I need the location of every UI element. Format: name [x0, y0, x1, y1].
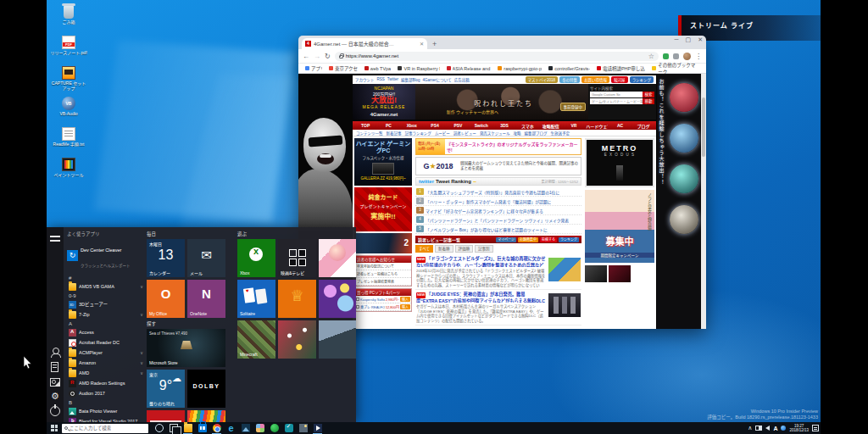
nav-item[interactable]: スマホ	[516, 123, 538, 129]
taskbar-app-button[interactable]	[181, 422, 195, 434]
start-tile[interactable]: 東京 9° 曇りのち晴れ	[147, 370, 185, 408]
start-tile[interactable]: My Office	[147, 280, 185, 318]
subnav-link[interactable]: 編集部ブログ	[525, 131, 548, 136]
utility-link[interactable]: RSS	[377, 77, 385, 82]
start-tile[interactable]: メール	[187, 239, 225, 277]
tweet-ranking-row[interactable]: 1 「大乱闘スマッシュブラザーズ〈特別版〉」発売直前で今週も話題の1位に	[415, 187, 581, 197]
start-tile[interactable]: フォト	[187, 410, 225, 422]
site-search-input[interactable]: Google Custom Se	[590, 92, 643, 97]
tile-group-title[interactable]: 遊ぶ	[237, 231, 356, 239]
nav-item[interactable]: VR	[563, 123, 585, 128]
utility-link[interactable]: アカウント	[355, 77, 375, 82]
bookmark-item[interactable]: controller/Gravis-p…	[548, 65, 590, 72]
profile-avatar[interactable]	[683, 53, 691, 60]
taskbar-clock[interactable]: 19:27 2018/12/13	[789, 424, 809, 433]
tweet-ranking-row[interactable]: 5 「ノベルワンダー Box」があり得ないほど豪華と話題のツイートに	[415, 225, 581, 234]
taskbar-search-box[interactable]: ここに入力して検索	[62, 424, 148, 433]
utility-button[interactable]: お買い得情報	[581, 76, 609, 83]
taskbar-app-button[interactable]	[281, 422, 296, 434]
article-tab[interactable]: 新着順	[435, 245, 453, 253]
start-tile[interactable]: 映画&テレビ	[278, 239, 316, 277]
address-bar[interactable]: https://www.4gamer.net ☆	[335, 52, 659, 61]
taskbar-app-button[interactable]	[238, 422, 253, 434]
checkbox[interactable]	[356, 305, 359, 309]
start-tile[interactable]	[278, 320, 316, 359]
desktop-icon[interactable]: ペイントツール	[50, 158, 87, 185]
extension-icon[interactable]	[663, 53, 669, 59]
utility-link[interactable]: 広告出稿	[454, 77, 470, 82]
review-chip-button[interactable]: 投稿する	[540, 237, 557, 242]
bookmark-star-icon[interactable]: ☆	[648, 53, 654, 60]
browser-tab[interactable]: 4 4Gamer.net ― 日本最大級の総合… ✕	[302, 38, 427, 49]
tile-group-title[interactable]: 毎日	[147, 231, 230, 239]
start-tile[interactable]: Solitaire	[237, 280, 275, 318]
start-app-item[interactable]: Bata Photo Viewer	[67, 406, 145, 416]
taskbar-app-button[interactable]	[209, 422, 224, 434]
utility-button[interactable]: ランキング	[630, 76, 654, 83]
start-app-item[interactable]: Access	[67, 327, 145, 337]
nav-item[interactable]: 3DS	[493, 123, 515, 128]
checkbox[interactable]	[356, 298, 359, 301]
gold-card-campaign-ad[interactable]: 純金カード プレゼントキャンペーン 実施中!!	[354, 187, 412, 231]
taskbar-app-button[interactable]	[310, 422, 325, 434]
monst-banner-ad[interactable]: 電話 (月)～(金) 10時~19時 『モンスターストライク』のオリジナルグッズ…	[415, 138, 581, 155]
bookmark-item[interactable]: アプリ	[305, 65, 322, 72]
page-scrollbar[interactable]	[701, 74, 706, 329]
subnav-link[interactable]: 攻略	[514, 131, 521, 136]
header-game-ad[interactable]: 呪われし王たち 新作 ウィッチャーの世界へ 事前登録中	[415, 84, 588, 120]
start-app-item[interactable]: AMD ∨	[67, 368, 145, 378]
nav-item[interactable]: Switch	[470, 123, 492, 128]
start-app-item[interactable]: Blend for Visual Studio 2017	[67, 416, 145, 422]
rail-icon[interactable]	[51, 362, 58, 372]
start-app-item[interactable]: Amazon ∨	[67, 358, 145, 368]
subnav-link[interactable]: 新着記事	[387, 131, 402, 136]
tile-group-title[interactable]: 探す	[147, 320, 230, 329]
deal-name[interactable]: Kaspersky Software	[360, 298, 385, 302]
metro-ad[interactable]: METRO E X O D U S	[585, 138, 654, 187]
start-tile[interactable]	[319, 320, 356, 359]
desktop-icon[interactable]: ごみ箱	[50, 5, 87, 32]
start-tile[interactable]: Minecraft	[237, 320, 275, 359]
nav-item[interactable]: 攻略配信	[540, 123, 562, 129]
deal-name[interactable]: 東プレ REALFORCE	[360, 304, 385, 309]
subnav-link[interactable]: ムービー	[435, 131, 450, 136]
reload-button[interactable]: ↻	[325, 53, 331, 60]
start-app-item[interactable]: Acrobat Reader DC	[67, 337, 145, 348]
ncjapan-ad[interactable]: NCJAPAN 200万円分!! 大放出! MEGA RELEASE 4Game…	[353, 84, 415, 120]
site-logo[interactable]: 4Gamer.net	[353, 112, 415, 117]
start-tile[interactable]: OneNote	[187, 280, 225, 318]
start-tile[interactable]: DOLBY	[187, 370, 225, 408]
browser-menu-icon[interactable]: ⋮	[695, 53, 702, 60]
notice-link[interactable]: 年末年始の配送について	[355, 263, 411, 270]
subnav-link[interactable]: 記事ランキング	[405, 131, 431, 136]
utility-link[interactable]: 4Gamerについて	[423, 77, 452, 82]
racing-game-ad[interactable]: 2	[354, 233, 412, 253]
banner-search-button[interactable]: 移動	[643, 98, 654, 104]
subnav-link[interactable]: 生放送予定	[551, 131, 570, 136]
news-article[interactable]: NEW「ドラゴンクエストビルダーズ2」、巨大な城の再現に欠かせない住民達のチカラ…	[415, 254, 581, 290]
taskbar-app-button[interactable]	[166, 422, 181, 434]
desktop-icon[interactable]: ReadMe 手順.txt	[50, 127, 87, 154]
start-app-item[interactable]: 7-Zip ∨	[67, 309, 145, 320]
review-chip-button[interactable]: お題募集中	[518, 237, 538, 242]
start-button[interactable]	[47, 422, 62, 434]
subnav-link[interactable]: 発売スケジュール	[480, 131, 510, 136]
nav-item[interactable]: PSV	[447, 123, 469, 128]
tweet-ranking-row[interactable]: 2 「ハリー・ポッター」新作スマホゲーム発表で「魔法同盟」が話題に	[415, 197, 581, 206]
article-tab[interactable]: すべて	[415, 245, 433, 253]
start-app-item[interactable]: AMD Radeon Settings	[67, 378, 145, 388]
buy-button[interactable]: 購入	[400, 297, 410, 302]
notice-link[interactable]: プレゼント抽選結果発表	[355, 278, 411, 286]
notice-link[interactable]: 読者レビュー投稿はこちら	[355, 270, 411, 278]
forward-button[interactable]: →	[314, 53, 320, 60]
rail-icon[interactable]	[50, 378, 60, 387]
article-tab[interactable]: 評価順	[455, 245, 474, 253]
taskbar-app-button[interactable]	[253, 422, 267, 434]
action-center-icon[interactable]	[812, 425, 819, 431]
nav-item[interactable]: PS4	[424, 123, 446, 128]
subnav-link[interactable]: コンテンツ一覧	[356, 131, 383, 136]
bookmark-item[interactable]: 東京アクセス	[329, 65, 358, 72]
desktop-icon[interactable]: リリースノート.pdf	[50, 36, 87, 63]
start-app-item[interactable]: 3Dビューアー	[67, 299, 145, 309]
app-section-letter[interactable]: 0-9	[67, 292, 145, 299]
